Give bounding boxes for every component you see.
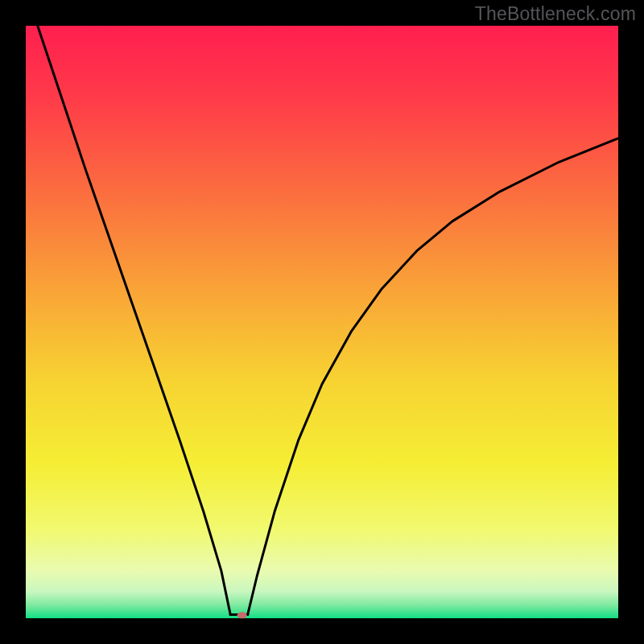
bottleneck-chart xyxy=(0,0,644,644)
gradient-background xyxy=(26,26,618,618)
watermark-text: TheBottleneck.com xyxy=(475,3,636,25)
optimum-marker xyxy=(237,612,247,618)
chart-frame: TheBottleneck.com xyxy=(0,0,644,644)
